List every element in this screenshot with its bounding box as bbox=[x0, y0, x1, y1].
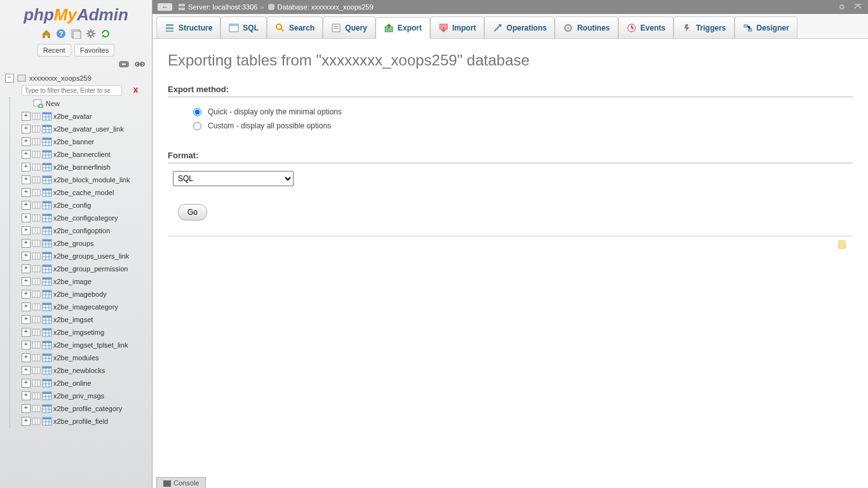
table-icon[interactable] bbox=[42, 150, 52, 159]
expand-icon[interactable]: + bbox=[22, 315, 31, 324]
tree-table-item[interactable]: +x2be_online bbox=[10, 377, 149, 390]
expand-icon[interactable]: + bbox=[22, 112, 31, 121]
tree-table-item[interactable]: +x2be_groups_users_link bbox=[10, 250, 149, 262]
tab-structure[interactable]: Structure bbox=[156, 17, 220, 38]
expand-icon[interactable]: + bbox=[22, 188, 31, 197]
bookmark-icon[interactable] bbox=[837, 240, 846, 249]
columns-icon[interactable] bbox=[32, 328, 41, 337]
tree-table-item[interactable]: +x2be_profile_category bbox=[10, 402, 149, 415]
go-button[interactable]: Go bbox=[178, 204, 207, 220]
columns-icon[interactable] bbox=[32, 277, 41, 286]
table-icon[interactable] bbox=[42, 277, 52, 286]
table-icon[interactable] bbox=[42, 137, 52, 146]
expand-icon[interactable]: + bbox=[22, 201, 31, 210]
tab-export[interactable]: Export bbox=[376, 17, 430, 39]
export-quick-row[interactable]: Quick - display only the minimal options bbox=[168, 105, 853, 119]
tab-query[interactable]: Query bbox=[323, 17, 376, 38]
tree-table-item[interactable]: +x2be_banner bbox=[10, 135, 149, 148]
table-icon[interactable] bbox=[42, 302, 52, 311]
tree-table-item[interactable]: +x2be_imgsetimg bbox=[10, 326, 149, 339]
tab-events[interactable]: Events bbox=[618, 17, 674, 38]
expand-icon[interactable]: + bbox=[22, 341, 31, 349]
tree-table-item[interactable]: +x2be_configcategory bbox=[10, 212, 149, 224]
table-icon[interactable] bbox=[42, 341, 52, 349]
recent-tab[interactable]: Recent bbox=[37, 44, 71, 57]
expand-icon[interactable]: + bbox=[22, 239, 31, 248]
columns-icon[interactable] bbox=[32, 252, 41, 261]
table-icon[interactable] bbox=[42, 353, 52, 362]
columns-icon[interactable] bbox=[32, 112, 41, 121]
table-icon[interactable] bbox=[42, 366, 52, 375]
tree-table-item[interactable]: +x2be_config bbox=[10, 199, 149, 212]
columns-icon[interactable] bbox=[32, 150, 41, 159]
tree-new-table[interactable]: New bbox=[10, 97, 149, 110]
table-icon[interactable] bbox=[42, 264, 52, 273]
table-icon[interactable] bbox=[42, 163, 52, 172]
tab-search[interactable]: Search bbox=[267, 17, 323, 38]
columns-icon[interactable] bbox=[32, 353, 41, 362]
tree-table-item[interactable]: +x2be_groups bbox=[10, 237, 149, 250]
tab-triggers[interactable]: Triggers bbox=[674, 17, 734, 38]
table-icon[interactable] bbox=[42, 201, 52, 210]
columns-icon[interactable] bbox=[32, 264, 41, 273]
expand-icon[interactable]: + bbox=[22, 226, 31, 235]
tree-table-item[interactable]: +x2be_imagecategory bbox=[10, 301, 149, 313]
tree-table-item[interactable]: +x2be_bannerclient bbox=[10, 148, 149, 161]
tab-designer[interactable]: Designer bbox=[735, 17, 797, 38]
columns-icon[interactable] bbox=[32, 214, 41, 222]
expand-icon[interactable]: + bbox=[22, 277, 31, 286]
expand-icon[interactable]: + bbox=[22, 379, 31, 388]
columns-icon[interactable] bbox=[32, 404, 41, 413]
table-icon[interactable] bbox=[42, 252, 52, 261]
link-icon[interactable] bbox=[134, 60, 146, 68]
tree-db-row[interactable]: − xxxxxxxx_xoops259 bbox=[3, 72, 149, 84]
expand-icon[interactable]: + bbox=[22, 163, 31, 172]
db-name-label[interactable]: xxxxxxxx_xoops259 bbox=[29, 74, 92, 82]
expand-icon[interactable]: + bbox=[22, 125, 31, 133]
tree-table-item[interactable]: +x2be_block_module_link bbox=[10, 173, 149, 186]
tree-table-item[interactable]: +x2be_image bbox=[10, 275, 149, 288]
tree-table-item[interactable]: +x2be_avatar_user_link bbox=[10, 123, 149, 135]
table-icon[interactable] bbox=[42, 315, 52, 324]
columns-icon[interactable] bbox=[32, 341, 41, 349]
page-settings-gear-icon[interactable] bbox=[837, 2, 847, 12]
table-icon[interactable] bbox=[42, 239, 52, 248]
tree-table-item[interactable]: +x2be_avatar bbox=[10, 110, 149, 123]
columns-icon[interactable] bbox=[32, 201, 41, 210]
tree-table-item[interactable]: +x2be_configoption bbox=[10, 224, 149, 237]
columns-icon[interactable] bbox=[32, 163, 41, 172]
favorites-tab[interactable]: Favorites bbox=[74, 44, 114, 57]
breadcrumb-back-button[interactable]: ← bbox=[158, 3, 172, 11]
export-custom-radio[interactable] bbox=[193, 122, 201, 130]
columns-icon[interactable] bbox=[32, 188, 41, 197]
expand-icon[interactable]: + bbox=[22, 290, 31, 299]
table-icon[interactable] bbox=[42, 188, 52, 197]
columns-icon[interactable] bbox=[32, 137, 41, 146]
console-tab[interactable]: Console bbox=[156, 477, 206, 488]
expand-icon[interactable]: + bbox=[22, 137, 31, 146]
expand-icon[interactable]: + bbox=[22, 302, 31, 311]
columns-icon[interactable] bbox=[32, 302, 41, 311]
tree-table-item[interactable]: +x2be_imagebody bbox=[10, 288, 149, 301]
tree-table-item[interactable]: +x2be_bannerfinish bbox=[10, 161, 149, 173]
expand-icon[interactable]: + bbox=[22, 328, 31, 337]
columns-icon[interactable] bbox=[32, 379, 41, 388]
columns-icon[interactable] bbox=[32, 175, 41, 184]
table-icon[interactable] bbox=[42, 391, 52, 400]
collapse-all-icon[interactable] bbox=[118, 60, 130, 68]
table-icon[interactable] bbox=[42, 112, 52, 121]
filter-input[interactable] bbox=[22, 85, 122, 96]
tree-table-item[interactable]: +x2be_imgset_tplset_link bbox=[10, 339, 149, 351]
logo[interactable]: phpMyAdmin bbox=[0, 0, 152, 27]
help-icon[interactable]: ? bbox=[56, 29, 66, 39]
columns-icon[interactable] bbox=[32, 125, 41, 133]
expand-icon[interactable]: + bbox=[22, 404, 31, 413]
columns-icon[interactable] bbox=[32, 366, 41, 375]
home-icon[interactable] bbox=[41, 29, 51, 39]
export-quick-radio[interactable] bbox=[193, 108, 201, 116]
table-icon[interactable] bbox=[42, 175, 52, 184]
table-icon[interactable] bbox=[42, 417, 52, 426]
expand-icon[interactable]: + bbox=[22, 391, 31, 400]
tab-import[interactable]: Import bbox=[430, 17, 484, 38]
tab-sql[interactable]: SQL bbox=[220, 17, 267, 38]
